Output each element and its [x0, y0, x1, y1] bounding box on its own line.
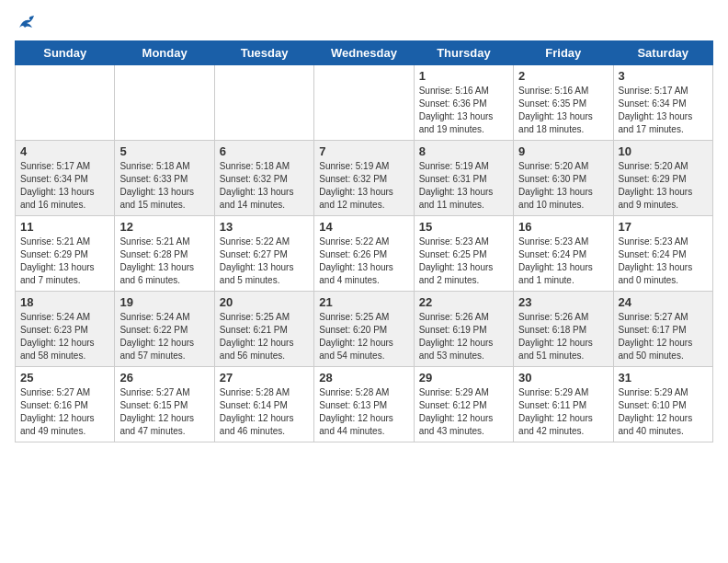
calendar-cell: 21Sunrise: 5:25 AM Sunset: 6:20 PM Dayli…: [314, 292, 414, 367]
weekday-header-saturday: Saturday: [613, 41, 712, 65]
day-detail: Sunrise: 5:22 AM Sunset: 6:27 PM Dayligh…: [220, 236, 309, 287]
day-number: 15: [419, 220, 508, 234]
day-detail: Sunrise: 5:20 AM Sunset: 6:30 PM Dayligh…: [518, 160, 608, 212]
calendar-cell: [314, 65, 414, 141]
day-detail: Sunrise: 5:27 AM Sunset: 6:16 PM Dayligh…: [20, 386, 109, 438]
logo: [15, 15, 39, 29]
day-detail: Sunrise: 5:23 AM Sunset: 6:24 PM Dayligh…: [619, 236, 708, 287]
calendar-cell: 30Sunrise: 5:29 AM Sunset: 6:11 PM Dayli…: [514, 367, 613, 442]
day-number: 4: [20, 144, 109, 158]
day-detail: Sunrise: 5:19 AM Sunset: 6:32 PM Dayligh…: [319, 160, 408, 212]
day-number: 16: [518, 220, 608, 234]
day-detail: Sunrise: 5:26 AM Sunset: 6:19 PM Dayligh…: [419, 311, 508, 362]
day-number: 17: [619, 220, 708, 234]
calendar-cell: 2Sunrise: 5:16 AM Sunset: 6:35 PM Daylig…: [514, 65, 613, 141]
day-number: 20: [220, 295, 309, 309]
day-detail: Sunrise: 5:22 AM Sunset: 6:26 PM Dayligh…: [319, 236, 408, 287]
day-number: 28: [319, 371, 408, 385]
day-number: 18: [20, 295, 109, 309]
calendar-cell: [115, 65, 214, 141]
day-detail: Sunrise: 5:28 AM Sunset: 6:14 PM Dayligh…: [220, 386, 309, 438]
weekday-header-thursday: Thursday: [414, 41, 513, 65]
day-number: 13: [220, 220, 309, 234]
day-number: 6: [220, 144, 309, 158]
calendar-cell: [214, 65, 313, 141]
calendar-cell: 14Sunrise: 5:22 AM Sunset: 6:26 PM Dayli…: [314, 216, 414, 292]
day-number: 29: [419, 371, 508, 385]
day-detail: Sunrise: 5:23 AM Sunset: 6:25 PM Dayligh…: [419, 236, 508, 287]
weekday-header-friday: Friday: [514, 41, 613, 65]
calendar-cell: 8Sunrise: 5:19 AM Sunset: 6:31 PM Daylig…: [414, 141, 513, 216]
day-number: 23: [518, 295, 608, 309]
day-number: 14: [319, 220, 408, 234]
calendar-cell: [16, 65, 115, 141]
day-number: 9: [518, 144, 608, 158]
calendar-cell: 11Sunrise: 5:21 AM Sunset: 6:29 PM Dayli…: [16, 216, 115, 292]
calendar-table: SundayMondayTuesdayWednesdayThursdayFrid…: [15, 40, 713, 442]
calendar-cell: 27Sunrise: 5:28 AM Sunset: 6:14 PM Dayli…: [214, 367, 313, 442]
day-detail: Sunrise: 5:18 AM Sunset: 6:32 PM Dayligh…: [220, 160, 309, 212]
day-detail: Sunrise: 5:16 AM Sunset: 6:36 PM Dayligh…: [419, 85, 508, 136]
day-number: 19: [119, 295, 209, 309]
day-number: 8: [419, 144, 508, 158]
day-detail: Sunrise: 5:17 AM Sunset: 6:34 PM Dayligh…: [20, 160, 109, 212]
calendar-cell: 22Sunrise: 5:26 AM Sunset: 6:19 PM Dayli…: [414, 292, 513, 367]
calendar-week-row: 25Sunrise: 5:27 AM Sunset: 6:16 PM Dayli…: [16, 367, 713, 442]
calendar-cell: 17Sunrise: 5:23 AM Sunset: 6:24 PM Dayli…: [613, 216, 712, 292]
day-number: 10: [619, 144, 708, 158]
day-number: 21: [319, 295, 408, 309]
calendar-cell: 4Sunrise: 5:17 AM Sunset: 6:34 PM Daylig…: [16, 141, 115, 216]
day-number: 5: [119, 144, 209, 158]
day-number: 26: [119, 371, 209, 385]
day-detail: Sunrise: 5:26 AM Sunset: 6:18 PM Dayligh…: [518, 311, 608, 362]
calendar-cell: 20Sunrise: 5:25 AM Sunset: 6:21 PM Dayli…: [214, 292, 313, 367]
calendar-cell: 16Sunrise: 5:23 AM Sunset: 6:24 PM Dayli…: [514, 216, 613, 292]
day-detail: Sunrise: 5:27 AM Sunset: 6:15 PM Dayligh…: [119, 386, 209, 438]
day-number: 12: [119, 220, 209, 234]
calendar-cell: 7Sunrise: 5:19 AM Sunset: 6:32 PM Daylig…: [314, 141, 414, 216]
day-detail: Sunrise: 5:29 AM Sunset: 6:12 PM Dayligh…: [419, 386, 508, 438]
calendar-cell: 25Sunrise: 5:27 AM Sunset: 6:16 PM Dayli…: [16, 367, 115, 442]
calendar-cell: 1Sunrise: 5:16 AM Sunset: 6:36 PM Daylig…: [414, 65, 513, 141]
day-detail: Sunrise: 5:29 AM Sunset: 6:10 PM Dayligh…: [619, 386, 708, 438]
day-detail: Sunrise: 5:16 AM Sunset: 6:35 PM Dayligh…: [518, 85, 608, 136]
day-number: 22: [419, 295, 508, 309]
day-detail: Sunrise: 5:27 AM Sunset: 6:17 PM Dayligh…: [619, 311, 708, 362]
day-number: 11: [20, 220, 109, 234]
day-number: 1: [419, 69, 508, 83]
calendar-cell: 15Sunrise: 5:23 AM Sunset: 6:25 PM Dayli…: [414, 216, 513, 292]
day-number: 27: [220, 371, 309, 385]
day-detail: Sunrise: 5:24 AM Sunset: 6:22 PM Dayligh…: [119, 311, 209, 362]
calendar-cell: 29Sunrise: 5:29 AM Sunset: 6:12 PM Dayli…: [414, 367, 513, 442]
calendar-cell: 5Sunrise: 5:18 AM Sunset: 6:33 PM Daylig…: [115, 141, 214, 216]
day-detail: Sunrise: 5:25 AM Sunset: 6:20 PM Dayligh…: [319, 311, 408, 362]
day-number: 3: [619, 69, 708, 83]
day-number: 30: [518, 371, 608, 385]
day-detail: Sunrise: 5:25 AM Sunset: 6:21 PM Dayligh…: [220, 311, 309, 362]
calendar-week-row: 11Sunrise: 5:21 AM Sunset: 6:29 PM Dayli…: [16, 216, 713, 292]
day-detail: Sunrise: 5:24 AM Sunset: 6:23 PM Dayligh…: [20, 311, 109, 362]
calendar-cell: 23Sunrise: 5:26 AM Sunset: 6:18 PM Dayli…: [514, 292, 613, 367]
day-detail: Sunrise: 5:20 AM Sunset: 6:29 PM Dayligh…: [619, 160, 708, 212]
logo-bird-icon: [17, 15, 38, 33]
day-number: 24: [619, 295, 708, 309]
calendar-week-row: 4Sunrise: 5:17 AM Sunset: 6:34 PM Daylig…: [16, 141, 713, 216]
day-detail: Sunrise: 5:28 AM Sunset: 6:13 PM Dayligh…: [319, 386, 408, 438]
calendar-cell: 6Sunrise: 5:18 AM Sunset: 6:32 PM Daylig…: [214, 141, 313, 216]
day-detail: Sunrise: 5:21 AM Sunset: 6:28 PM Dayligh…: [119, 236, 209, 287]
day-number: 25: [20, 371, 109, 385]
weekday-header-wednesday: Wednesday: [314, 41, 414, 65]
weekday-header-tuesday: Tuesday: [214, 41, 313, 65]
day-detail: Sunrise: 5:23 AM Sunset: 6:24 PM Dayligh…: [518, 236, 608, 287]
day-detail: Sunrise: 5:19 AM Sunset: 6:31 PM Dayligh…: [419, 160, 508, 212]
page-header: [15, 15, 713, 29]
calendar-cell: 19Sunrise: 5:24 AM Sunset: 6:22 PM Dayli…: [115, 292, 214, 367]
calendar-week-row: 1Sunrise: 5:16 AM Sunset: 6:36 PM Daylig…: [16, 65, 713, 141]
calendar-cell: 31Sunrise: 5:29 AM Sunset: 6:10 PM Dayli…: [613, 367, 712, 442]
weekday-header-sunday: Sunday: [16, 41, 115, 65]
day-detail: Sunrise: 5:29 AM Sunset: 6:11 PM Dayligh…: [518, 386, 608, 438]
day-number: 2: [518, 69, 608, 83]
calendar-week-row: 18Sunrise: 5:24 AM Sunset: 6:23 PM Dayli…: [16, 292, 713, 367]
calendar-cell: 18Sunrise: 5:24 AM Sunset: 6:23 PM Dayli…: [16, 292, 115, 367]
calendar-cell: 24Sunrise: 5:27 AM Sunset: 6:17 PM Dayli…: [613, 292, 712, 367]
